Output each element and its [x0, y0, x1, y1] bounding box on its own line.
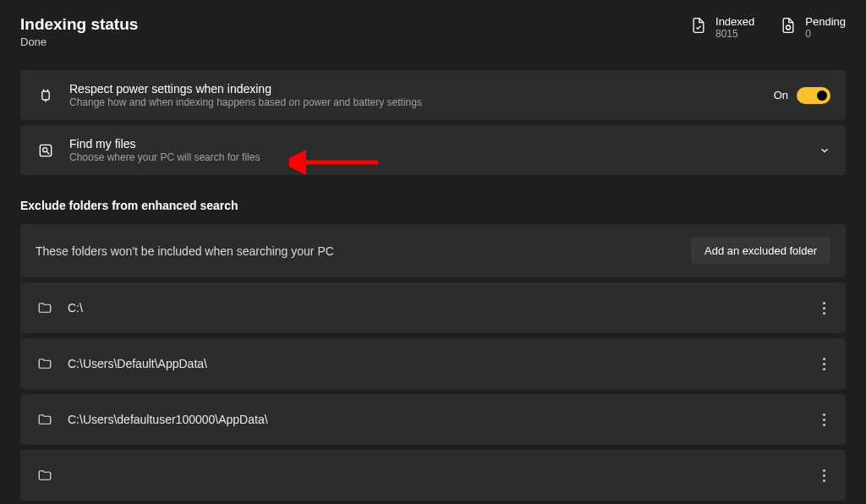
svg-rect-2: [40, 145, 51, 156]
find-title: Find my files: [69, 137, 819, 151]
excluded-folder-row[interactable]: C:\: [20, 282, 846, 333]
folder-path: C:\Users\defaultuser100000\AppData\: [68, 413, 817, 426]
exclude-heading: Exclude folders from enhanced search: [20, 199, 846, 212]
power-toggle[interactable]: [797, 87, 830, 104]
pending-value: 0: [805, 28, 846, 40]
search-file-icon: [36, 140, 56, 161]
status-text: Done: [20, 36, 138, 48]
find-desc: Choose where your PC will search for fil…: [69, 151, 819, 163]
folder-icon: [36, 299, 54, 317]
excluded-folder-row[interactable]: C:\Users\defaultuser100000\AppData\: [20, 394, 846, 445]
indexed-label: Indexed: [715, 15, 754, 28]
power-title: Respect power settings when indexing: [69, 82, 774, 96]
power-settings-card[interactable]: Respect power settings when indexing Cha…: [20, 70, 846, 120]
svg-point-0: [787, 25, 791, 30]
find-my-files-card[interactable]: Find my files Choose where your PC will …: [20, 125, 846, 175]
exclude-message: These folders won't be included when sea…: [36, 244, 334, 258]
folder-icon: [36, 410, 54, 429]
pending-icon: [780, 17, 797, 34]
toggle-state-label: On: [774, 89, 788, 101]
svg-rect-1: [42, 91, 49, 100]
more-options-button[interactable]: [817, 409, 830, 430]
pending-stat: Pending 0: [780, 15, 846, 40]
page-title: Indexing status: [20, 15, 138, 34]
more-options-button[interactable]: [817, 465, 830, 485]
indexing-status-header: Indexing status Done: [20, 15, 138, 48]
pending-label: Pending: [805, 15, 846, 28]
folder-icon: [36, 354, 54, 373]
indexed-stat: Indexed 8015: [690, 15, 754, 40]
indexed-icon: [690, 17, 707, 34]
exclude-header-card: These folders won't be included when sea…: [20, 224, 846, 277]
folder-path: C:\: [68, 301, 817, 315]
excluded-folder-row[interactable]: C:\Users\Default\AppData\: [20, 338, 846, 389]
indexed-value: 8015: [715, 28, 754, 40]
folder-path: C:\Users\Default\AppData\: [68, 357, 817, 370]
add-excluded-folder-button[interactable]: Add an excluded folder: [691, 238, 830, 264]
folder-icon: [36, 466, 54, 485]
chevron-down-icon: [819, 145, 830, 156]
power-plug-icon: [36, 85, 56, 106]
more-options-button[interactable]: [817, 353, 830, 374]
power-desc: Change how and when indexing happens bas…: [69, 96, 774, 108]
more-options-button[interactable]: [817, 298, 830, 318]
svg-point-3: [43, 147, 47, 151]
excluded-folder-row[interactable]: [20, 450, 846, 501]
